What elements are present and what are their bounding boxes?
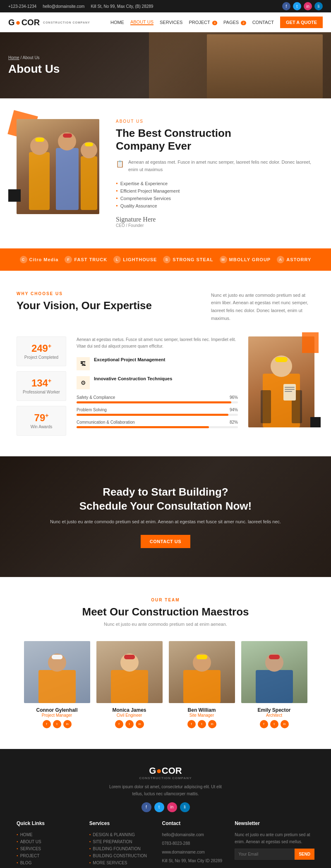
team-name-3: Ben William [169, 707, 235, 713]
nav-project[interactable]: PROJECT 3 [189, 20, 217, 25]
team-fb-2[interactable]: f [115, 720, 123, 728]
svg-rect-3 [56, 148, 79, 210]
contact-email: hello@domainsite.com [162, 831, 226, 838]
cta-contact-button[interactable]: CONTACT US [141, 535, 190, 548]
service-foundation[interactable]: BUILDING FOUNDATION [89, 845, 154, 852]
facebook-icon[interactable]: f [282, 2, 290, 10]
quick-link-project[interactable]: PROJECT [17, 852, 81, 859]
newsletter-title: Newsletter [235, 820, 314, 826]
team-fb-3[interactable]: f [187, 720, 196, 728]
why-label: WHY CHOOSE US [17, 291, 152, 296]
footer-ig-icon[interactable]: in [167, 802, 177, 812]
connor-svg [28, 641, 86, 703]
linkedin-icon[interactable]: li [314, 2, 323, 10]
svg-rect-6 [81, 156, 97, 210]
stats-column: 249+ Project Completed 134+ Professional… [17, 336, 66, 436]
service-design[interactable]: DESIGN & PLANNING [89, 831, 154, 838]
why-header: WHY CHOOSE US Your Vision, Our Expertise… [17, 291, 314, 322]
newsletter-desc: Nunc et justo eu ante cum pretium sed at… [235, 831, 314, 845]
why-right: Nunc et justo eu ante commodo pretium se… [211, 291, 314, 322]
skill-construction-tech: ⚙ Innovative Construction Techniques [77, 376, 238, 389]
stat-number-projects: 249+ [22, 343, 61, 353]
partner-fasttruck: F FAST TRUCK [65, 256, 107, 263]
team-tw-4[interactable]: t [270, 720, 278, 728]
stat-number-awards: 79+ [22, 413, 61, 423]
team-li-3[interactable]: in [208, 720, 216, 728]
skills-description: Aenean at egestas metus. Fusce sit amet … [77, 336, 238, 350]
team-fb-4[interactable]: f [260, 720, 268, 728]
skill-icon-ct: ⚙ [77, 376, 90, 389]
progress-header-safety: Safety & Compliance 96% [77, 395, 238, 400]
team-card-4: Emily Spector Architect f t in [241, 641, 307, 728]
progress-items: Safety & Compliance 96% Problem Solving … [77, 395, 238, 428]
phone: +123-234-1234 [8, 4, 36, 9]
team-li-4[interactable]: in [281, 720, 289, 728]
svg-rect-11 [275, 357, 288, 362]
team-tw-2[interactable]: t [125, 720, 134, 728]
nav-contact[interactable]: CONTACT [252, 20, 274, 25]
progress-bg-safety [77, 401, 238, 403]
footer-li-icon[interactable]: li [180, 802, 190, 812]
quick-link-services[interactable]: SERVICES [17, 845, 81, 852]
cta-description: Nunc et justo eu ante commodo pretium se… [17, 518, 314, 526]
about-text: ABOUT US The Best Construction Company E… [116, 119, 314, 228]
newsletter-send-button[interactable]: SEND [295, 849, 314, 860]
team-fb-1[interactable]: f [43, 720, 51, 728]
team-li-2[interactable]: in [136, 720, 144, 728]
footer-tw-icon[interactable]: t [154, 802, 164, 812]
hero-section: Home / About Us About Us [0, 32, 331, 98]
partner-icon: L [113, 256, 121, 263]
team-photo-connor [24, 641, 90, 703]
hero-title: About Us [8, 62, 60, 76]
newsletter-email-input[interactable] [235, 849, 295, 860]
service-construction[interactable]: BUILDING CONSTRUCTION [89, 852, 154, 859]
nav-home[interactable]: HOME [110, 20, 124, 25]
address: Kill St, No 99, Max City, (B) 28289 [91, 4, 153, 9]
instagram-icon[interactable]: in [304, 2, 312, 10]
service-more[interactable]: MORE SERVICES [89, 859, 154, 866]
footer-services: Services DESIGN & PLANNING SITE PREPARAT… [89, 820, 154, 866]
hero-content: Home / About Us About Us [8, 55, 60, 76]
ben-svg [173, 641, 231, 703]
progress-communication: Communication & Collaboration 82% [77, 420, 238, 428]
about-title: The Best Construction Company Ever [116, 127, 314, 153]
svg-rect-21 [111, 670, 148, 703]
progress-fill-comm [77, 426, 209, 428]
monica-svg [101, 641, 158, 703]
team-name-1: Connor Gylenhall [24, 707, 90, 713]
quick-link-home[interactable]: HOME [17, 831, 81, 838]
why-left: WHY CHOOSE US Your Vision, Our Expertise [17, 291, 152, 312]
get-quote-button[interactable]: GET A QUOTE [280, 17, 323, 28]
team-socials-2: f t in [96, 720, 163, 728]
svg-rect-24 [183, 670, 221, 703]
team-photo-ben [169, 641, 235, 703]
svg-rect-14 [283, 384, 296, 401]
team-tw-1[interactable]: t [53, 720, 61, 728]
nav-services[interactable]: SERVICES [160, 20, 182, 25]
why-title: Your Vision, Our Expertise [17, 299, 152, 312]
service-site[interactable]: SITE PREPARATION [89, 838, 154, 845]
about-list-item: Comprehensive Services [116, 195, 314, 202]
newsletter-input-row: SEND [235, 849, 314, 860]
team-tw-3[interactable]: t [198, 720, 206, 728]
team-li-1[interactable]: in [63, 720, 72, 728]
why-content: 249+ Project Completed 134+ Professional… [17, 336, 314, 436]
nav-about[interactable]: ABOUT US [130, 19, 154, 25]
nav-links: HOME ABOUT US SERVICES PROJECT 3 PAGES 2… [110, 17, 323, 28]
partner-icon: F [65, 256, 72, 263]
quick-link-blog[interactable]: BLOG [17, 859, 81, 866]
team-card-3: Ben William Site Manager f t in [169, 641, 235, 728]
footer-fb-icon[interactable]: f [142, 802, 151, 812]
skill-text-ct: Innovative Construction Techniques [94, 376, 172, 382]
partners-section: C Citro Media F FAST TRUCK L LIGHTHOUSE … [0, 248, 331, 271]
team-socials-3: f t in [169, 720, 235, 728]
quick-link-about[interactable]: ABOUT US [17, 838, 81, 845]
svg-rect-20 [52, 655, 62, 659]
progress-fill-safety [77, 401, 231, 403]
twitter-icon[interactable]: t [293, 2, 301, 10]
worker-image-col [248, 336, 314, 436]
partner-icon: M [220, 256, 227, 263]
nav-pages[interactable]: PAGES 2 [223, 20, 246, 25]
about-image-inner [17, 119, 99, 214]
footer-logo: G●COR CONSTRUCTION COMPANY [17, 765, 314, 780]
